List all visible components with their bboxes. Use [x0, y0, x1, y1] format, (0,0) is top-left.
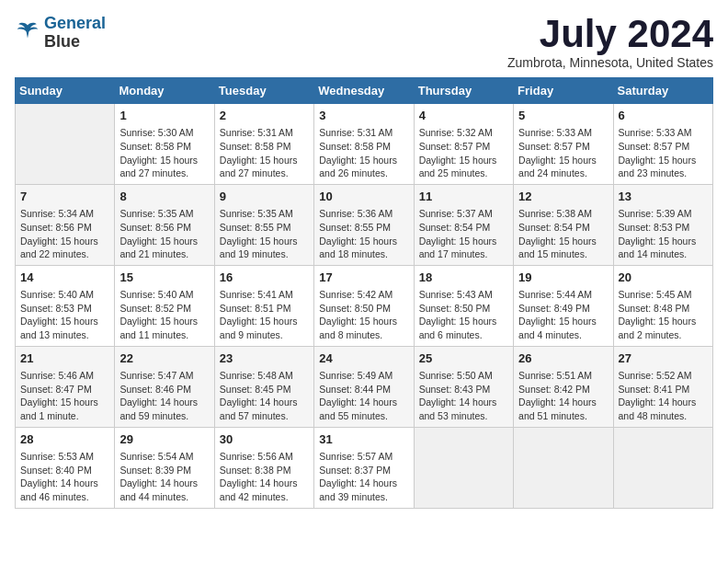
day-header-tuesday: Tuesday	[214, 78, 313, 104]
calendar-day: 30Sunrise: 5:56 AMSunset: 8:38 PMDayligh…	[214, 427, 313, 508]
calendar-day: 2Sunrise: 5:31 AMSunset: 8:58 PMDaylight…	[214, 104, 313, 185]
day-number: 7	[20, 189, 109, 205]
daylight-text: Daylight: 15 hours and 22 minutes.	[20, 235, 109, 261]
calendar-table: SundayMondayTuesdayWednesdayThursdayFrid…	[15, 77, 713, 509]
calendar-day: 6Sunrise: 5:33 AMSunset: 8:57 PMDaylight…	[613, 104, 712, 185]
sunrise-text: Sunrise: 5:32 AM	[419, 126, 508, 140]
sunset-text: Sunset: 8:51 PM	[220, 302, 309, 316]
daylight-text: Daylight: 15 hours and 18 minutes.	[319, 235, 408, 261]
day-header-friday: Friday	[514, 78, 613, 104]
calendar-day: 24Sunrise: 5:49 AMSunset: 8:44 PMDayligh…	[314, 346, 414, 427]
daylight-text: Daylight: 15 hours and 4 minutes.	[518, 315, 608, 341]
day-number: 12	[518, 189, 608, 205]
sunset-text: Sunset: 8:53 PM	[619, 221, 708, 235]
sunset-text: Sunset: 8:47 PM	[20, 383, 109, 396]
daylight-text: Daylight: 14 hours and 46 minutes.	[20, 477, 109, 503]
daylight-text: Daylight: 15 hours and 9 minutes.	[220, 315, 309, 341]
calendar-day: 31Sunrise: 5:57 AMSunset: 8:37 PMDayligh…	[314, 427, 414, 508]
day-number: 22	[119, 350, 209, 367]
sunset-text: Sunset: 8:55 PM	[220, 221, 309, 235]
calendar-day: 11Sunrise: 5:37 AMSunset: 8:54 PMDayligh…	[414, 184, 513, 265]
sunrise-text: Sunrise: 5:34 AM	[20, 207, 109, 221]
month-title: July 2024	[507, 15, 713, 53]
calendar-day: 1Sunrise: 5:30 AMSunset: 8:58 PMDaylight…	[115, 104, 214, 185]
day-number: 14	[20, 270, 109, 286]
calendar-day: 10Sunrise: 5:36 AMSunset: 8:55 PMDayligh…	[314, 184, 414, 265]
day-number: 20	[619, 270, 708, 286]
daylight-text: Daylight: 14 hours and 57 minutes.	[220, 396, 309, 422]
calendar-header-row: SundayMondayTuesdayWednesdayThursdayFrid…	[16, 78, 713, 104]
sunset-text: Sunset: 8:56 PM	[119, 221, 209, 235]
day-number: 19	[518, 270, 608, 286]
sunset-text: Sunset: 8:46 PM	[119, 383, 209, 396]
day-header-thursday: Thursday	[414, 78, 513, 104]
day-number: 21	[20, 350, 109, 367]
day-number: 11	[419, 189, 508, 205]
calendar-day	[16, 104, 115, 185]
sunset-text: Sunset: 8:58 PM	[220, 140, 309, 154]
calendar-day	[514, 427, 613, 508]
sunset-text: Sunset: 8:52 PM	[119, 302, 209, 316]
calendar-day: 16Sunrise: 5:41 AMSunset: 8:51 PMDayligh…	[214, 265, 313, 346]
calendar-day: 25Sunrise: 5:50 AMSunset: 8:43 PMDayligh…	[414, 346, 513, 427]
sunset-text: Sunset: 8:49 PM	[518, 302, 608, 316]
sunrise-text: Sunrise: 5:57 AM	[319, 450, 408, 464]
sunrise-text: Sunrise: 5:31 AM	[220, 126, 309, 140]
daylight-text: Daylight: 15 hours and 13 minutes.	[20, 315, 109, 341]
daylight-text: Daylight: 15 hours and 1 minute.	[20, 396, 109, 422]
sunset-text: Sunset: 8:41 PM	[619, 383, 708, 396]
daylight-text: Daylight: 15 hours and 8 minutes.	[319, 315, 408, 341]
day-number: 25	[419, 350, 508, 367]
location-subtitle: Zumbrota, Minnesota, United States	[507, 55, 713, 70]
daylight-text: Daylight: 15 hours and 15 minutes.	[518, 235, 608, 261]
calendar-day	[613, 427, 712, 508]
calendar-week-row: 7Sunrise: 5:34 AMSunset: 8:56 PMDaylight…	[16, 184, 713, 265]
sunset-text: Sunset: 8:55 PM	[319, 221, 408, 235]
title-area: July 2024 Zumbrota, Minnesota, United St…	[507, 15, 713, 70]
sunset-text: Sunset: 8:48 PM	[619, 302, 708, 316]
daylight-text: Daylight: 15 hours and 27 minutes.	[119, 154, 209, 180]
calendar-day: 15Sunrise: 5:40 AMSunset: 8:52 PMDayligh…	[115, 265, 214, 346]
sunset-text: Sunset: 8:39 PM	[119, 464, 209, 477]
calendar-day: 28Sunrise: 5:53 AMSunset: 8:40 PMDayligh…	[16, 427, 115, 508]
daylight-text: Daylight: 15 hours and 21 minutes.	[119, 235, 209, 261]
calendar-day: 5Sunrise: 5:33 AMSunset: 8:57 PMDaylight…	[514, 104, 613, 185]
sunset-text: Sunset: 8:38 PM	[220, 464, 309, 477]
calendar-day: 20Sunrise: 5:45 AMSunset: 8:48 PMDayligh…	[613, 265, 712, 346]
sunrise-text: Sunrise: 5:36 AM	[319, 207, 408, 221]
day-number: 13	[619, 189, 708, 205]
calendar-day: 12Sunrise: 5:38 AMSunset: 8:54 PMDayligh…	[514, 184, 613, 265]
day-number: 27	[619, 350, 708, 367]
daylight-text: Daylight: 15 hours and 23 minutes.	[619, 154, 708, 180]
logo-icon	[15, 20, 40, 46]
sunrise-text: Sunrise: 5:54 AM	[119, 450, 209, 464]
sunrise-text: Sunrise: 5:50 AM	[419, 369, 508, 383]
daylight-text: Daylight: 14 hours and 48 minutes.	[619, 396, 708, 422]
sunrise-text: Sunrise: 5:30 AM	[119, 126, 209, 140]
logo: GeneralBlue	[15, 15, 106, 52]
sunrise-text: Sunrise: 5:49 AM	[319, 369, 408, 383]
sunset-text: Sunset: 8:57 PM	[419, 140, 508, 154]
sunset-text: Sunset: 8:44 PM	[319, 383, 408, 396]
day-number: 9	[220, 189, 309, 205]
sunrise-text: Sunrise: 5:33 AM	[518, 126, 608, 140]
sunrise-text: Sunrise: 5:40 AM	[119, 288, 209, 302]
calendar-day: 21Sunrise: 5:46 AMSunset: 8:47 PMDayligh…	[16, 346, 115, 427]
sunset-text: Sunset: 8:45 PM	[220, 383, 309, 396]
sunrise-text: Sunrise: 5:40 AM	[20, 288, 109, 302]
calendar-week-row: 21Sunrise: 5:46 AMSunset: 8:47 PMDayligh…	[16, 346, 713, 427]
calendar-day: 13Sunrise: 5:39 AMSunset: 8:53 PMDayligh…	[613, 184, 712, 265]
daylight-text: Daylight: 15 hours and 24 minutes.	[518, 154, 608, 180]
calendar-day: 9Sunrise: 5:35 AMSunset: 8:55 PMDaylight…	[214, 184, 313, 265]
sunset-text: Sunset: 8:54 PM	[419, 221, 508, 235]
day-number: 28	[20, 431, 109, 448]
day-number: 29	[119, 431, 209, 448]
sunset-text: Sunset: 8:50 PM	[419, 302, 508, 316]
sunrise-text: Sunrise: 5:41 AM	[220, 288, 309, 302]
sunset-text: Sunset: 8:54 PM	[518, 221, 608, 235]
calendar-day: 29Sunrise: 5:54 AMSunset: 8:39 PMDayligh…	[115, 427, 214, 508]
calendar-day: 22Sunrise: 5:47 AMSunset: 8:46 PMDayligh…	[115, 346, 214, 427]
calendar-week-row: 28Sunrise: 5:53 AMSunset: 8:40 PMDayligh…	[16, 427, 713, 508]
sunset-text: Sunset: 8:40 PM	[20, 464, 109, 477]
day-number: 17	[319, 270, 408, 286]
